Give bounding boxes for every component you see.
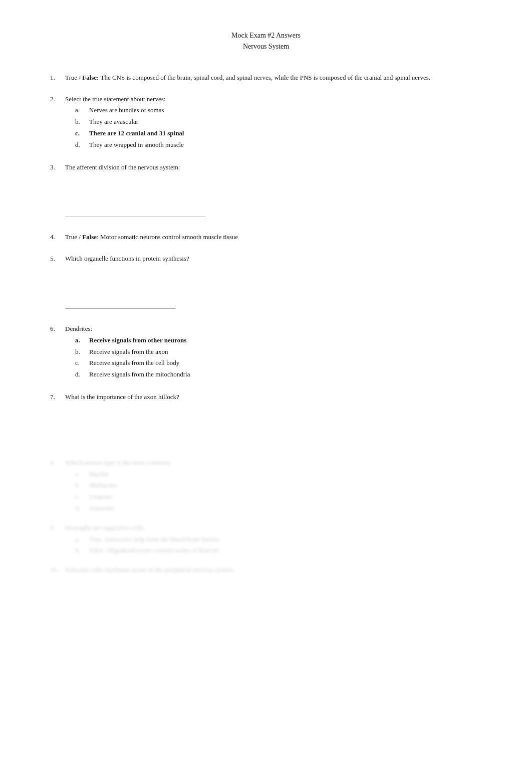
- q3-content: The afferent division of the nervous sys…: [65, 162, 482, 222]
- q1-number: 1.: [50, 73, 65, 83]
- blurred-q8-options: a. Bipolar b. Multipolar c. Unipolar d: [75, 469, 482, 514]
- opt-b-text: They are avascular: [89, 117, 138, 127]
- list-item: a. True. Astrocytes help form the blood …: [75, 534, 482, 545]
- q6-opt-b-letter: b.: [75, 347, 89, 357]
- blurred-q10-number: 10.: [50, 565, 65, 575]
- q6-opt-a-text: Receive signals from other neurons: [89, 335, 186, 346]
- bq9-opt-b-text: False. Oligodendrocytes contain nodes of…: [89, 545, 220, 556]
- bq8-opt-c-letter: c.: [75, 492, 89, 502]
- q2-content: Select the true statement about nerves: …: [65, 94, 482, 151]
- q6-number: 6.: [50, 324, 65, 334]
- q6-opt-a-letter: a.: [75, 335, 89, 346]
- blurred-q10-content: Schwann cells myelinate axons in the per…: [65, 565, 482, 575]
- q5-answer-line: [65, 308, 175, 309]
- q4-content: True / False: Motor somatic neurons cont…: [65, 232, 482, 243]
- q6-intro: Dendrites:: [65, 324, 482, 334]
- q1-bold: False:: [82, 74, 99, 81]
- blurred-q9-intro: Neuroglia are supportive cells:: [65, 523, 482, 533]
- bq9-opt-a-text: True. Astrocytes help form the blood bra…: [89, 534, 220, 545]
- q4-text-after: : Motor somatic neurons control smooth m…: [97, 233, 238, 241]
- blurred-q8-number: 8.: [50, 458, 65, 468]
- opt-a-letter: a.: [75, 105, 89, 116]
- header-line1: Mock Exam #2 Answers: [231, 32, 301, 39]
- list-item: a. Bipolar: [75, 469, 482, 480]
- blurred-q9-content: Neuroglia are supportive cells: a. True.…: [65, 523, 482, 557]
- q6-opt-b-text: Receive signals from the axon: [89, 347, 168, 357]
- bq8-opt-d-letter: d.: [75, 503, 89, 514]
- q3-spacer: [65, 172, 482, 213]
- q2-intro: Select the true statement about nerves:: [65, 94, 482, 105]
- q1-content: True / False: The CNS is composed of the…: [65, 73, 482, 83]
- opt-d-text: They are wrapped in smooth muscle: [89, 140, 184, 150]
- blurred-q9: 9. Neuroglia are supportive cells: a. Tr…: [50, 523, 482, 557]
- bq9-opt-b-letter: b.: [75, 545, 89, 556]
- question-7: 7. What is the importance of the axon hi…: [50, 392, 482, 443]
- question-4: 4. True / False: Motor somatic neurons c…: [50, 232, 482, 243]
- q5-text: Which organelle functions in protein syn…: [65, 254, 482, 264]
- bq8-opt-c-text: Unipolar: [89, 492, 112, 502]
- opt-b-letter: b.: [75, 117, 89, 127]
- question-3: 3. The afferent division of the nervous …: [50, 162, 482, 222]
- list-item: d. Anaxonic: [75, 503, 482, 514]
- q6-opt-c-text: Receive signals from the cell body: [89, 358, 179, 368]
- q1-text-before: True /: [65, 74, 82, 81]
- q7-content: What is the importance of the axon hillo…: [65, 392, 482, 443]
- q7-number: 7.: [50, 392, 65, 403]
- q2-options: a. Nerves are bundles of somas b. They a…: [75, 105, 482, 150]
- header-line2: Nervous System: [243, 43, 289, 50]
- questions-container: 1. True / False: The CNS is composed of …: [50, 73, 482, 575]
- list-item: c. Unipolar: [75, 492, 482, 502]
- list-item: d. They are wrapped in smooth muscle: [75, 140, 482, 150]
- list-item: b. False. Oligodendrocytes contain nodes…: [75, 545, 482, 556]
- list-item: d. Receive signals from the mitochondria: [75, 369, 482, 380]
- q2-number: 2.: [50, 94, 65, 105]
- q6-options: a. Receive signals from other neurons b.…: [75, 335, 482, 380]
- opt-d-letter: d.: [75, 140, 89, 150]
- q6-content: Dendrites: a. Receive signals from other…: [65, 324, 482, 381]
- q6-opt-d-text: Receive signals from the mitochondria: [89, 369, 190, 380]
- blurred-q10-text: Schwann cells myelinate axons in the per…: [65, 565, 482, 575]
- page-header: Mock Exam #2 Answers Nervous System: [50, 30, 482, 53]
- q6-opt-d-letter: d.: [75, 369, 89, 380]
- q7-spacer: [65, 403, 482, 443]
- q3-text: The afferent division of the nervous sys…: [65, 162, 482, 173]
- blurred-q9-number: 9.: [50, 523, 65, 533]
- question-1: 1. True / False: The CNS is composed of …: [50, 73, 482, 83]
- q3-answer-line: [65, 217, 205, 217]
- question-6: 6. Dendrites: a. Receive signals from ot…: [50, 324, 482, 381]
- q3-number: 3.: [50, 162, 65, 173]
- list-item: c. Receive signals from the cell body: [75, 358, 482, 368]
- q5-content: Which organelle functions in protein syn…: [65, 254, 482, 313]
- bq8-opt-b-letter: b.: [75, 480, 89, 491]
- blurred-q10: 10. Schwann cells myelinate axons in the…: [50, 565, 482, 575]
- q4-number: 4.: [50, 232, 65, 243]
- blurred-q9-options: a. True. Astrocytes help form the blood …: [75, 534, 482, 556]
- list-item: a. Receive signals from other neurons: [75, 335, 482, 346]
- bq8-opt-a-letter: a.: [75, 469, 89, 480]
- list-item: b. They are avascular: [75, 117, 482, 127]
- question-2: 2. Select the true statement about nerve…: [50, 94, 482, 151]
- blurred-q8-intro: Which neuron type is the most common:: [65, 458, 482, 468]
- bq8-opt-d-text: Anaxonic: [89, 503, 115, 514]
- opt-c-letter: c.: [75, 128, 89, 139]
- bq9-opt-a-letter: a.: [75, 534, 89, 545]
- list-item: a. Nerves are bundles of somas: [75, 105, 482, 116]
- opt-a-text: Nerves are bundles of somas: [89, 105, 164, 116]
- q1-text-after: The CNS is composed of the brain, spinal…: [99, 74, 430, 81]
- question-5: 5. Which organelle functions in protein …: [50, 254, 482, 313]
- q7-text: What is the importance of the axon hillo…: [65, 392, 482, 403]
- q6-opt-c-letter: c.: [75, 358, 89, 368]
- list-item: b. Receive signals from the axon: [75, 347, 482, 357]
- blurred-section: 8. Which neuron type is the most common:…: [50, 458, 482, 575]
- blurred-q8: 8. Which neuron type is the most common:…: [50, 458, 482, 515]
- list-item: b. Multipolar: [75, 480, 482, 491]
- opt-c-text: There are 12 cranial and 31 spinal: [89, 128, 184, 139]
- bq8-opt-a-text: Bipolar: [89, 469, 109, 480]
- list-item: c. There are 12 cranial and 31 spinal: [75, 128, 482, 139]
- q5-spacer: [65, 264, 482, 304]
- q4-text-before: True /: [65, 233, 82, 241]
- bq8-opt-b-text: Multipolar: [89, 480, 117, 491]
- blurred-q8-content: Which neuron type is the most common: a.…: [65, 458, 482, 515]
- q5-number: 5.: [50, 254, 65, 264]
- q4-bold: False: [82, 233, 97, 241]
